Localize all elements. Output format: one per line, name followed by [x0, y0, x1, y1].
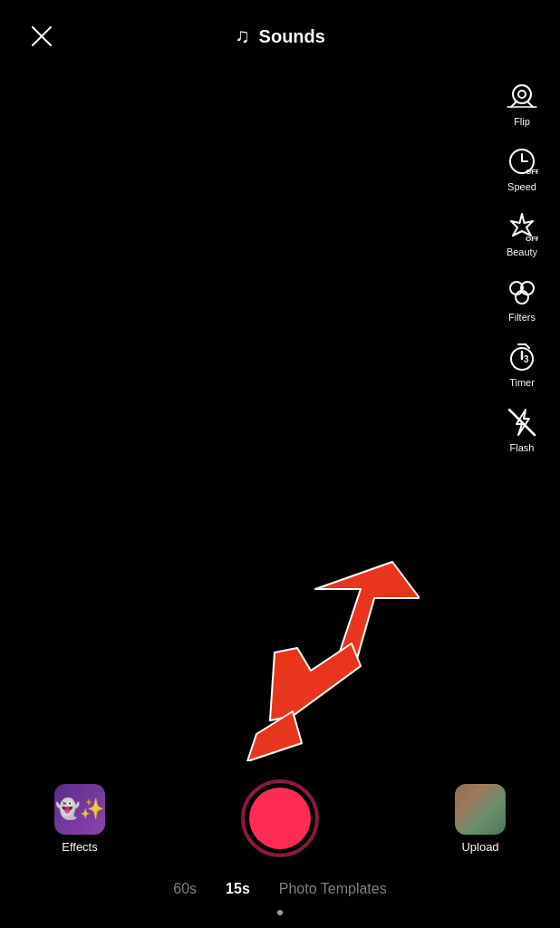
effects-thumb-inner: 👻✨	[54, 784, 105, 835]
svg-point-3	[518, 91, 526, 98]
beauty-icon: OFF	[506, 210, 538, 243]
close-button[interactable]	[22, 16, 62, 56]
upload-button[interactable]: Upload	[455, 784, 506, 854]
upload-thumbnail	[455, 784, 506, 835]
duration-tabs: 60s 15s Photo Templates	[173, 877, 386, 901]
flash-tool[interactable]: Flash	[493, 399, 551, 460]
arrow-svg	[220, 553, 420, 761]
effects-button[interactable]: 👻✨ Effects	[54, 784, 105, 854]
arrow-indicator	[220, 553, 420, 765]
capture-button-container	[239, 778, 321, 859]
right-tools-panel: Flip OFF Speed OFF Beauty	[493, 72, 551, 460]
flash-icon	[506, 406, 538, 439]
speed-icon: OFF	[506, 145, 538, 178]
beauty-tool[interactable]: OFF Beauty	[493, 203, 551, 265]
header: ♫ Sounds	[0, 0, 560, 72]
timer-label: Timer	[509, 377, 535, 388]
upload-label: Upload	[461, 840, 498, 854]
svg-marker-14	[270, 643, 361, 720]
scroll-dot-indicator	[277, 910, 283, 915]
effects-label: Effects	[62, 840, 98, 854]
header-title: ♫ Sounds	[235, 24, 325, 48]
svg-point-2	[513, 85, 531, 103]
timer-tool[interactable]: 3 Timer	[493, 334, 551, 395]
svg-marker-13	[315, 562, 420, 662]
svg-text:3: 3	[524, 354, 529, 364]
sounds-title: Sounds	[259, 26, 325, 47]
timer-icon: 3	[506, 341, 538, 373]
tab-15s[interactable]: 15s	[226, 877, 250, 901]
speed-label: Speed	[507, 181, 536, 192]
svg-text:OFF: OFF	[526, 235, 538, 243]
capture-outer-ring	[241, 779, 319, 857]
flip-tool[interactable]: Flip	[493, 72, 551, 134]
svg-text:OFF: OFF	[526, 168, 538, 176]
bottom-controls: 👻✨ Effects Upload	[0, 778, 560, 859]
upload-thumb-image	[455, 784, 506, 835]
speed-tool[interactable]: OFF Speed	[493, 138, 551, 199]
effects-thumbnail: 👻✨	[54, 784, 105, 835]
flash-label: Flash	[510, 442, 535, 453]
filters-icon	[506, 276, 538, 308]
music-note-icon: ♫	[235, 24, 250, 48]
filters-tool[interactable]: Filters	[493, 268, 551, 330]
tab-60s[interactable]: 60s	[173, 877, 197, 901]
close-icon	[29, 24, 54, 49]
tab-photo-templates[interactable]: Photo Templates	[279, 877, 387, 901]
beauty-label: Beauty	[507, 246, 537, 257]
bottom-bar: 👻✨ Effects Upload 60s 15s Photo Template…	[0, 747, 560, 928]
flip-label: Flip	[514, 116, 530, 127]
flip-icon	[506, 80, 538, 112]
filters-label: Filters	[508, 312, 536, 323]
